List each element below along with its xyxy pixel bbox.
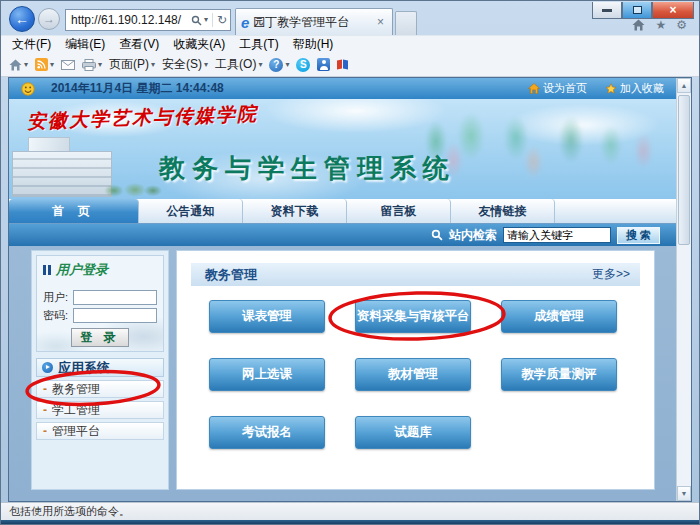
search-input[interactable] (503, 227, 611, 243)
sidebar-item-label: 学工管理 (52, 402, 100, 419)
main-navigation: 首 页 公告通知 资料下载 留言板 友情链接 (9, 199, 676, 224)
button-textbook-management[interactable]: 教材管理 (355, 358, 471, 391)
close-tab-icon[interactable]: × (374, 15, 387, 29)
button-data-collection-review[interactable]: 资料采集与审核平台 (355, 300, 471, 333)
button-timetable-management[interactable]: 课表管理 (209, 300, 325, 333)
add-favorite-link[interactable]: 加入收藏 (605, 81, 664, 96)
button-exam-registration[interactable]: 考试报名 (209, 416, 325, 449)
help-icon: ? (269, 58, 283, 72)
site-search-label: 站内检索 (449, 227, 497, 244)
home-icon (528, 83, 540, 94)
menu-bar: 文件(F) 编辑(E) 查看(V) 收藏夹(A) 工具(T) 帮助(H) (1, 35, 699, 53)
password-field[interactable] (73, 308, 157, 323)
school-name: 安徽大学艺术与传媒学院 (27, 101, 259, 135)
set-homepage-label: 设为首页 (543, 81, 587, 96)
page-scrollbar[interactable]: ▲ ▼ (676, 78, 691, 501)
web-page: 2014年11月4日 星期二 14:44:48 设为首页 加入收藏 安徽大学艺术… (9, 78, 676, 501)
page-menu-button[interactable]: 页面(P) ▾ (109, 56, 155, 73)
url-text[interactable]: http://61.190.12.148/ (66, 13, 191, 27)
button-online-course-selection[interactable]: 网上选课 (209, 358, 325, 391)
address-bar[interactable]: http://61.190.12.148/ ▾ ↻ (65, 9, 231, 31)
nav-tab-downloads[interactable]: 资料下载 (243, 199, 347, 223)
window-bottom-edge (1, 520, 699, 524)
printer-icon (82, 59, 96, 71)
safety-menu-label: 安全(S) (162, 56, 202, 73)
mail-icon (61, 60, 75, 70)
section-header: 教务管理 更多>> (191, 263, 640, 286)
more-link[interactable]: 更多>> (592, 266, 630, 283)
menu-file[interactable]: 文件(F) (5, 36, 58, 53)
tab-title: 园丁教学管理平台 (253, 14, 370, 31)
login-button[interactable]: 登 录 (71, 328, 129, 347)
current-datetime: 2014年11月4日 星期二 14:44:48 (51, 80, 224, 97)
scroll-up-button[interactable]: ▲ (677, 78, 691, 93)
read-mail-button[interactable] (61, 60, 75, 70)
refresh-icon[interactable]: ↻ (217, 13, 227, 27)
username-field[interactable] (73, 290, 157, 305)
search-dropdown-icon[interactable]: ▾ (204, 16, 208, 24)
title-bar: ← → http://61.190.12.148/ ▾ ↻ e 园丁教学管理平台… (1, 1, 699, 35)
scrollbar-thumb[interactable] (678, 95, 690, 245)
contacts-icon[interactable] (317, 58, 330, 71)
nav-tab-links[interactable]: 友情链接 (451, 199, 555, 223)
set-homepage-link[interactable]: 设为首页 (528, 81, 587, 96)
help-menu-button[interactable]: ? ▾ (269, 58, 289, 72)
scrollbar-track[interactable] (677, 247, 691, 486)
tools-menu-button[interactable]: 工具(O) ▾ (215, 56, 262, 73)
browser-tab[interactable]: e 园丁教学管理平台 × (235, 8, 393, 35)
home-icon (9, 59, 22, 71)
menu-edit[interactable]: 编辑(E) (58, 36, 112, 53)
search-button[interactable]: 搜 索 (617, 227, 660, 244)
forward-arrow-icon: → (43, 12, 55, 26)
feeds-menu-button[interactable]: ▾ (35, 58, 54, 71)
minimize-button[interactable] (592, 2, 622, 19)
sidebar-item-student-affairs[interactable]: - 学工管理 (36, 401, 164, 419)
chevron-down-icon: ▾ (285, 61, 289, 69)
page-content: 用户登录 用户: 密码: 登 录 (9, 246, 676, 490)
application-systems-header: 应用系统 (36, 358, 164, 377)
username-label: 用户: (43, 290, 73, 305)
dash-icon: - (43, 424, 47, 438)
skype-icon[interactable]: S (296, 58, 310, 72)
site-banner: 安徽大学艺术与传媒学院 教务与学生管理系统 (9, 99, 676, 199)
search-icon (431, 229, 443, 241)
menu-tools[interactable]: 工具(T) (232, 36, 285, 53)
password-label: 密码: (43, 308, 73, 323)
nav-tab-home[interactable]: 首 页 (9, 199, 139, 223)
scroll-down-button[interactable]: ▼ (677, 486, 691, 501)
menu-view[interactable]: 查看(V) (112, 36, 166, 53)
button-grade-management[interactable]: 成绩管理 (501, 300, 617, 333)
nav-tab-announcements[interactable]: 公告通知 (139, 199, 243, 223)
back-button[interactable]: ← (9, 6, 35, 32)
favorites-star-icon[interactable]: ★ (655, 19, 666, 31)
login-panel-title: 用户登录 (56, 261, 108, 279)
smiley-icon (21, 82, 35, 96)
safety-menu-button[interactable]: 安全(S) ▾ (162, 56, 208, 73)
close-window-button[interactable]: × (652, 2, 694, 19)
menu-help[interactable]: 帮助(H) (286, 36, 341, 53)
button-question-bank[interactable]: 试题库 (355, 416, 471, 449)
page-menu-label: 页面(P) (109, 56, 149, 73)
share-icon[interactable] (337, 60, 348, 69)
menu-favorites[interactable]: 收藏夹(A) (166, 36, 232, 53)
settings-gear-icon[interactable]: ⚙ (676, 19, 687, 31)
rss-icon (35, 58, 48, 71)
dash-icon: - (43, 382, 47, 396)
button-teaching-quality-evaluation[interactable]: 教学质量测评 (501, 358, 617, 391)
home-icon[interactable] (632, 19, 645, 31)
maximize-button[interactable] (622, 2, 652, 19)
sidebar-item-academic-affairs[interactable]: - 教务管理 (36, 380, 164, 398)
nav-tab-message-board[interactable]: 留言板 (347, 199, 451, 223)
print-menu-button[interactable]: ▾ (82, 59, 102, 71)
search-icon[interactable] (191, 15, 202, 26)
new-tab-button[interactable] (395, 11, 417, 35)
sidebar-item-management-platform[interactable]: - 管理平台 (36, 422, 164, 440)
sidebar-item-label: 教务管理 (52, 381, 100, 398)
chevron-down-icon: ▾ (258, 61, 262, 69)
module-button-grid: 课表管理 资料采集与审核平台 成绩管理 网上选课 教材管理 教学质量测评 考试报… (209, 300, 640, 449)
login-panel: 用户登录 用户: 密码: 登 录 (36, 255, 164, 352)
home-menu-button[interactable]: ▾ (9, 59, 28, 71)
forward-button[interactable]: → (38, 8, 60, 30)
status-bar: 包括使用所选项的命令。 (1, 502, 699, 520)
chevron-down-icon: ▾ (50, 61, 54, 69)
